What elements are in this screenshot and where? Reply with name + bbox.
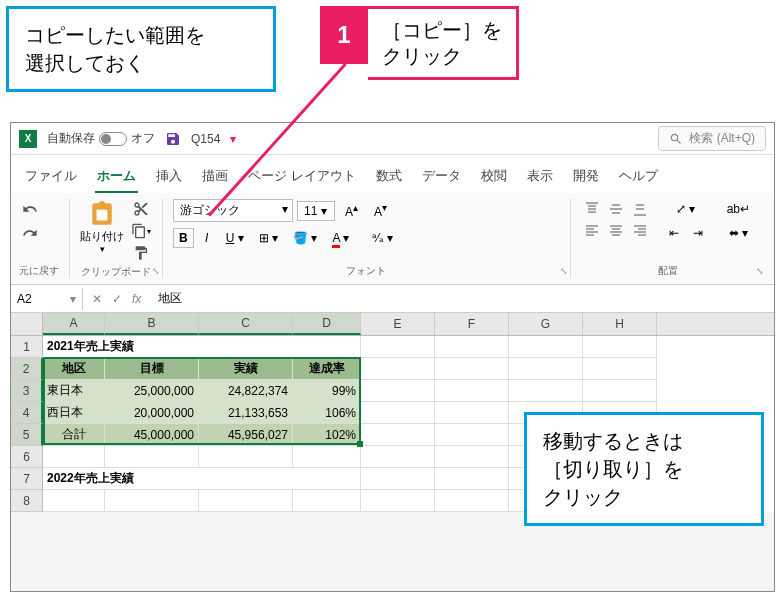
cell[interactable]: 実績	[199, 358, 293, 380]
enter-formula-icon[interactable]: ✓	[109, 292, 125, 306]
cut-button[interactable]	[130, 199, 152, 219]
save-icon[interactable]	[165, 131, 181, 147]
cell[interactable]: 東日本	[43, 380, 105, 402]
tab-insert[interactable]: 挿入	[154, 163, 184, 193]
cell[interactable]: 45,000,000	[105, 424, 199, 446]
cell[interactable]: 45,956,027	[199, 424, 293, 446]
cell[interactable]: 2022年売上実績	[43, 468, 361, 490]
align-top-button[interactable]	[581, 199, 603, 219]
increase-font-button[interactable]: A▴	[339, 199, 364, 222]
dialog-launcher-icon[interactable]: ⤡	[560, 266, 568, 276]
row-header-4[interactable]: 4	[11, 402, 43, 424]
paste-button[interactable]: 貼り付け ▾	[80, 199, 124, 254]
decrease-indent-button[interactable]: ⇤	[663, 223, 685, 243]
cell[interactable]: 25,000,000	[105, 380, 199, 402]
undo-button[interactable]	[19, 199, 41, 219]
chevron-down-icon[interactable]: ▾	[230, 132, 236, 146]
col-header-H[interactable]: H	[583, 313, 657, 335]
dialog-launcher-icon[interactable]: ⤡	[756, 266, 764, 276]
copy-button[interactable]: ▾	[130, 221, 152, 241]
fill-color-button[interactable]: 🪣 ▾	[287, 228, 323, 248]
format-painter-button[interactable]	[130, 243, 152, 263]
dialog-launcher-icon[interactable]: ⤡	[152, 266, 160, 276]
cell[interactable]: 106%	[293, 402, 361, 424]
select-all-corner[interactable]	[11, 313, 43, 335]
col-header-F[interactable]: F	[435, 313, 509, 335]
fx-icon[interactable]: fx	[129, 292, 144, 306]
ribbon: 元に戻す 貼り付け ▾ ▾ クリップボード ⤡ 游ゴシ	[11, 193, 774, 285]
phonetic-button[interactable]: ᵃ⁄ₐ ▾	[366, 228, 399, 248]
cell[interactable]: 2021年売上実績	[43, 336, 361, 358]
fill-color-icon: 🪣	[293, 231, 308, 245]
row-header-6[interactable]: 6	[11, 446, 43, 468]
cell[interactable]: 達成率	[293, 358, 361, 380]
undo-icon	[22, 201, 38, 217]
row-header-7[interactable]: 7	[11, 468, 43, 490]
formula-input[interactable]: 地区	[150, 286, 774, 311]
tab-file[interactable]: ファイル	[23, 163, 79, 193]
font-size-select[interactable]: 11 ▾	[297, 201, 335, 221]
align-bottom-button[interactable]	[629, 199, 651, 219]
row-header-8[interactable]: 8	[11, 490, 43, 512]
cell[interactable]: 24,822,374	[199, 380, 293, 402]
tab-home[interactable]: ホーム	[95, 163, 138, 193]
tab-formulas[interactable]: 数式	[374, 163, 404, 193]
cell[interactable]: 102%	[293, 424, 361, 446]
cell[interactable]: 21,133,653	[199, 402, 293, 424]
col-header-E[interactable]: E	[361, 313, 435, 335]
row-header-1[interactable]: 1	[11, 336, 43, 358]
ribbon-group-alignment: ⤢ ▾ ⇤ ⇥ ab↵ ⬌ ▾ 配置 ⤡	[581, 199, 766, 278]
tab-data[interactable]: データ	[420, 163, 463, 193]
tab-review[interactable]: 校閲	[479, 163, 509, 193]
border-button[interactable]: ⊞ ▾	[253, 228, 284, 248]
cell[interactable]: 99%	[293, 380, 361, 402]
col-header-G[interactable]: G	[509, 313, 583, 335]
increase-indent-button[interactable]: ⇥	[687, 223, 709, 243]
ribbon-group-undo: 元に戻す	[19, 199, 70, 278]
col-header-D[interactable]: D	[293, 313, 361, 335]
align-right-button[interactable]	[629, 221, 651, 241]
align-middle-button[interactable]	[605, 199, 627, 219]
callout-cut-hint: 移動するときは ［切り取り］を クリック	[524, 412, 764, 526]
align-middle-icon	[608, 201, 624, 217]
cell[interactable]: 西日本	[43, 402, 105, 424]
cell[interactable]: 20,000,000	[105, 402, 199, 424]
align-center-icon	[608, 223, 624, 239]
underline-button[interactable]: U ▾	[220, 228, 250, 248]
row-header-2[interactable]: 2	[11, 358, 43, 380]
align-left-button[interactable]	[581, 221, 603, 241]
font-color-button[interactable]: A ▾	[326, 228, 355, 248]
autosave-toggle[interactable]: 自動保存 オフ	[47, 130, 155, 147]
tab-view[interactable]: 表示	[525, 163, 555, 193]
col-header-A[interactable]: A	[43, 313, 105, 335]
svg-rect-0	[97, 210, 108, 221]
italic-button[interactable]: I	[197, 228, 217, 248]
wrap-text-icon: ab↵	[727, 202, 750, 216]
align-bottom-icon	[632, 201, 648, 217]
tab-pagelayout[interactable]: ページ レイアウト	[246, 163, 358, 193]
col-header-B[interactable]: B	[105, 313, 199, 335]
row-header-3[interactable]: 3	[11, 380, 43, 402]
tab-help[interactable]: ヘルプ	[617, 163, 660, 193]
col-header-C[interactable]: C	[199, 313, 293, 335]
cell[interactable]: 目標	[105, 358, 199, 380]
redo-button[interactable]	[19, 223, 41, 243]
font-name-select[interactable]: 游ゴシック▾	[173, 199, 293, 222]
wrap-text-button[interactable]: ab↵	[721, 199, 756, 219]
chevron-down-icon: ▾	[100, 244, 105, 254]
name-box[interactable]: A2▾	[11, 288, 83, 310]
bold-button[interactable]: B	[173, 228, 194, 248]
decrease-font-button[interactable]: A▾	[368, 199, 393, 222]
cell[interactable]: 地区	[43, 358, 105, 380]
cancel-formula-icon[interactable]: ✕	[89, 292, 105, 306]
align-center-button[interactable]	[605, 221, 627, 241]
ribbon-group-clipboard: 貼り付け ▾ ▾ クリップボード ⤡	[80, 199, 163, 278]
cell[interactable]: 合計	[43, 424, 105, 446]
row-header-5[interactable]: 5	[11, 424, 43, 446]
tab-developer[interactable]: 開発	[571, 163, 601, 193]
search-input[interactable]: 検索 (Alt+Q)	[658, 126, 766, 151]
copy-icon	[131, 223, 147, 239]
tab-draw[interactable]: 描画	[200, 163, 230, 193]
merge-center-button[interactable]: ⬌ ▾	[721, 223, 756, 243]
orientation-button[interactable]: ⤢ ▾	[663, 199, 709, 219]
